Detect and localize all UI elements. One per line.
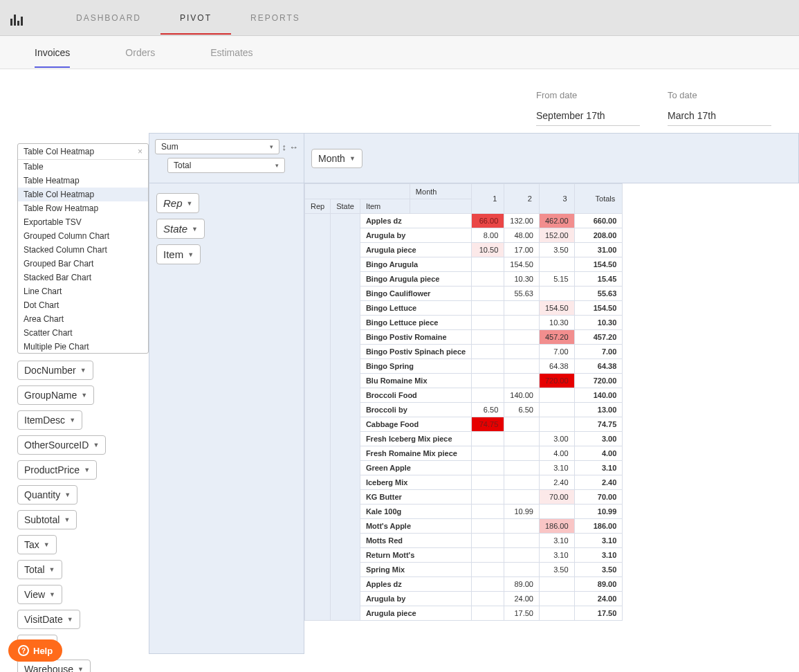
item-cell: Apples dz [360,214,471,228]
value-cell [504,345,540,359]
top-tab-dashboard[interactable]: DASHBOARD [57,2,160,34]
item-cell: Kale 100g [360,505,471,519]
value-cell [472,432,504,446]
row-total: 24.00 [574,592,623,606]
chart-type-dropdown[interactable]: Table Col Heatmap × TableTable HeatmapTa… [17,143,149,354]
field-total[interactable]: Total▼ [17,560,62,579]
chart-type-option[interactable]: Line Chart [18,284,148,298]
bar-chart-logo-icon [10,10,26,26]
value-cell [472,490,504,505]
row-total: 70.00 [574,490,623,505]
aggregator-field-select[interactable]: Total▾ [167,158,285,173]
row-header-item[interactable]: Item [360,199,410,214]
top-tab-pivot[interactable]: PIVOT [160,2,231,34]
value-cell: 70.00 [539,490,574,505]
dropdown-close-icon[interactable]: × [138,147,143,156]
field-visitdate[interactable]: VisitDate▼ [17,610,80,629]
sort-rows-icon[interactable]: ↕ [282,142,287,152]
value-cell [472,272,504,287]
value-cell [472,461,504,475]
row-total: 3.50 [574,563,623,577]
row-field-rep[interactable]: Rep▼ [156,193,199,213]
sub-tab-invoices[interactable]: Invoices [35,37,70,68]
chart-type-option[interactable]: Table [18,160,148,174]
chart-type-option[interactable]: Table Row Heatmap [18,201,148,215]
value-cell [539,606,574,621]
chart-type-option[interactable]: Scatter Chart [18,326,148,340]
field-subtotal[interactable]: Subtotal▼ [17,510,77,529]
value-cell [539,388,574,403]
value-cell [472,505,504,519]
value-cell [504,519,540,534]
field-groupname[interactable]: GroupName▼ [17,385,94,405]
aggregator-select[interactable]: Sum▾ [155,139,279,154]
row-header-state[interactable]: State [331,199,360,214]
value-cell [472,374,504,388]
from-date-input[interactable]: September 17th [536,106,640,126]
chart-type-option[interactable]: Stacked Bar Chart [18,271,148,284]
item-cell: Mott's Apple [360,519,471,534]
item-cell: Bingo Postiv Spinach piece [360,345,471,359]
value-cell [504,548,540,563]
sub-tab-estimates[interactable]: Estimates [210,37,252,68]
to-date-input[interactable]: March 17th [668,106,771,126]
value-cell [504,475,540,490]
row-fields-area[interactable]: Rep▼State▼Item▼ [149,183,304,654]
value-cell [539,505,574,519]
month-col-1[interactable]: 1 [472,184,504,214]
field-othersourceid[interactable]: OtherSourceID▼ [17,435,106,455]
field-docnumber[interactable]: DocNumber▼ [17,361,93,380]
chart-type-option[interactable]: Grouped Bar Chart [18,257,148,271]
value-cell [472,359,504,374]
field-view[interactable]: View▼ [17,585,62,604]
field-quantity[interactable]: Quantity▼ [17,485,77,505]
value-cell: 10.99 [504,505,540,519]
field-productprice[interactable]: ProductPrice▼ [17,460,97,480]
row-total: 74.75 [574,417,623,432]
help-button[interactable]: ? Help [8,639,62,662]
value-cell: 154.50 [539,301,574,316]
value-cell [504,461,540,475]
row-field-state[interactable]: State▼ [156,219,205,239]
item-cell: Fresh Romaine Mix piece [360,446,471,461]
item-cell: Spring Mix [360,563,471,577]
top-tab-reports[interactable]: REPORTS [231,2,320,34]
chart-type-option[interactable]: Multiple Pie Chart [18,340,148,353]
chart-type-option[interactable]: Exportable TSV [18,215,148,229]
chart-type-option[interactable]: Grouped Column Chart [18,229,148,243]
date-filter-row: From date September 17th To date March 1… [0,69,799,133]
month-col-3[interactable]: 3 [539,184,574,214]
value-cell [472,606,504,621]
row-total: 4.00 [574,446,623,461]
chart-type-option[interactable]: Dot Chart [18,298,148,312]
month-col-2[interactable]: 2 [504,184,540,214]
field-tax[interactable]: Tax▼ [17,535,57,554]
value-cell [472,534,504,548]
chart-type-option[interactable]: Stacked Column Chart [18,243,148,257]
value-cell: 186.00 [539,519,574,534]
row-header-rep[interactable]: Rep [305,199,331,214]
chart-type-option[interactable]: Table Heatmap [18,174,148,188]
value-cell: 17.00 [504,243,540,257]
row-field-item[interactable]: Item▼ [156,244,201,264]
value-cell [472,330,504,345]
col-field-month[interactable]: Month▼ [311,149,362,168]
sort-cols-icon[interactable]: ↔ [289,142,298,152]
row-total: 15.45 [574,272,623,287]
sub-tab-orders[interactable]: Orders [125,37,155,68]
item-cell: Blu Romaine Mix [360,374,471,388]
value-cell: 457.20 [539,330,574,345]
chart-type-option[interactable]: Table Col Heatmap [18,188,148,201]
field-itemdesc[interactable]: ItemDesc▼ [17,410,82,430]
help-icon: ? [18,645,29,656]
chart-type-option[interactable]: Area Chart [18,312,148,326]
col-fields-area[interactable]: Month▼ [304,133,799,183]
row-total: 7.00 [574,345,623,359]
value-cell: 3.50 [539,563,574,577]
rep-cell [305,214,331,621]
value-cell [539,287,574,301]
to-date-group: To date March 17th [668,90,771,126]
value-cell [472,301,504,316]
value-cell [472,563,504,577]
chart-type-list: TableTable HeatmapTable Col HeatmapTable… [18,159,148,353]
